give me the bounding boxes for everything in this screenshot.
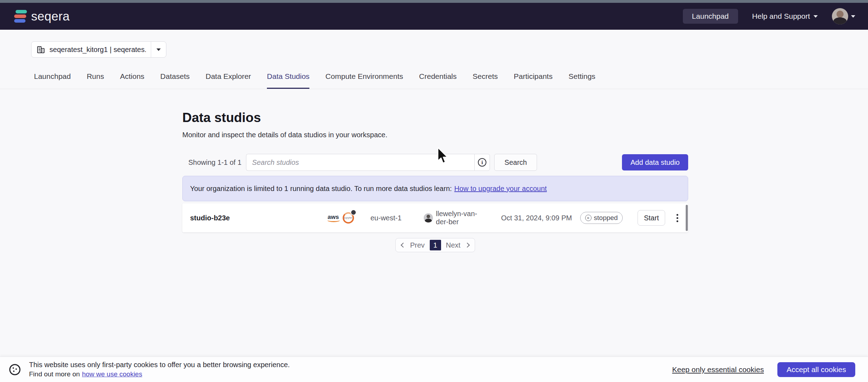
cookie-message: This website uses only first-party cooki… [29, 361, 290, 369]
pagination-current-page[interactable]: 1 [430, 240, 441, 250]
keep-essential-cookies-link[interactable]: Keep only essential cookies [672, 365, 764, 374]
workspace-selector-label: seqeratest_kitorg1 | seqerates... [50, 46, 146, 54]
screen-top-strip [0, 0, 868, 3]
search-button[interactable]: Search [494, 154, 537, 171]
tab-compute-environments[interactable]: Compute Environments [325, 72, 403, 89]
upgrade-account-link[interactable]: How to upgrade your account [454, 185, 547, 193]
jupyter-icon: jupyter [342, 212, 355, 224]
table-scrollbar[interactable] [686, 205, 688, 231]
avatar [832, 8, 848, 24]
owner-avatar [424, 213, 433, 222]
workspace-tabbar: Launchpad Runs Actions Datasets Data Exp… [0, 69, 868, 89]
pagination-prev[interactable]: Prev [410, 241, 424, 249]
tab-actions[interactable]: Actions [120, 72, 144, 89]
tab-credentials[interactable]: Credentials [419, 72, 457, 89]
main-content: Data studios Monitor and inspect the det… [182, 110, 688, 252]
limit-banner: Your organization is limited to 1 runnin… [182, 176, 688, 201]
chevron-down-icon [813, 15, 818, 18]
top-navbar: seqera Launchpad Help and Support [0, 3, 868, 30]
tab-datasets[interactable]: Datasets [160, 72, 190, 89]
studio-owner: llewelyn-van-der-ber [424, 210, 488, 226]
tab-secrets[interactable]: Secrets [473, 72, 498, 89]
tab-data-studios[interactable]: Data Studios [267, 72, 309, 89]
help-and-support-menu[interactable]: Help and Support [752, 12, 818, 21]
tab-settings[interactable]: Settings [569, 72, 595, 89]
screen: seqera Launchpad Help and Support [0, 0, 868, 382]
search-info-button[interactable]: i [474, 154, 490, 171]
table-row[interactable]: studio-b23e aws jupyter eu-west-1 llewel… [182, 203, 688, 232]
cookie-banner: This website uses only first-party cooki… [0, 357, 868, 382]
workspace-selector[interactable]: seqeratest_kitorg1 | seqerates... [31, 41, 166, 58]
accept-all-cookies-button[interactable]: Accept all cookies [777, 362, 855, 377]
studios-table: studio-b23e aws jupyter eu-west-1 llewel… [182, 203, 688, 232]
cookie-policy-link[interactable]: how we use cookies [82, 370, 142, 378]
tab-participants[interactable]: Participants [514, 72, 553, 89]
row-menu-button[interactable] [674, 212, 680, 224]
list-controls: Showing 1-1 of 1 i Search Add data studi… [182, 154, 688, 171]
pagination-next[interactable]: Next [446, 241, 461, 249]
page-subtitle: Monitor and inspect the details of data … [182, 131, 688, 139]
tab-data-explorer[interactable]: Data Explorer [206, 72, 251, 89]
owner-name: llewelyn-van-der-ber [436, 210, 488, 226]
showing-count: Showing 1-1 of 1 [188, 158, 241, 167]
user-menu[interactable] [832, 8, 855, 24]
start-button[interactable]: Start [638, 210, 665, 226]
studio-region: eu-west-1 [371, 214, 411, 222]
pagination: Prev 1 Next [395, 238, 475, 252]
workspace-selector-caret[interactable] [151, 48, 166, 51]
status-badge: ✕ stopped [580, 212, 623, 224]
chevron-right-icon[interactable] [465, 243, 470, 248]
studio-date: Oct 31, 2024, 9:09 PM [501, 214, 567, 222]
add-data-studio-button[interactable]: Add data studio [622, 154, 688, 170]
seqera-logo[interactable]: seqera [14, 8, 70, 24]
cookie-icon [8, 363, 21, 376]
chevron-down-icon [156, 48, 161, 51]
page-title: Data studios [182, 110, 688, 125]
organization-icon [36, 45, 45, 54]
studio-provider-icons: aws jupyter [327, 212, 354, 224]
search-group: i [246, 154, 490, 171]
stopped-icon: ✕ [585, 215, 592, 221]
jupyter-version-badge [350, 209, 356, 215]
help-and-support-label: Help and Support [752, 12, 810, 21]
brand-name: seqera [31, 9, 70, 23]
chevron-down-icon [851, 15, 855, 18]
limit-banner-text: Your organization is limited to 1 runnin… [190, 185, 452, 193]
launchpad-button[interactable]: Launchpad [683, 9, 738, 24]
cookie-more-info: Find out more onhow we use cookies [29, 370, 290, 378]
status-label: stopped [594, 214, 618, 222]
chevron-left-icon[interactable] [401, 243, 406, 248]
info-icon: i [478, 158, 486, 167]
aws-icon: aws [327, 214, 339, 222]
seqera-logo-icon [14, 8, 27, 24]
studio-name[interactable]: studio-b23e [190, 214, 327, 222]
search-input[interactable] [246, 154, 474, 171]
tab-launchpad[interactable]: Launchpad [34, 72, 71, 89]
tab-runs[interactable]: Runs [87, 72, 104, 89]
